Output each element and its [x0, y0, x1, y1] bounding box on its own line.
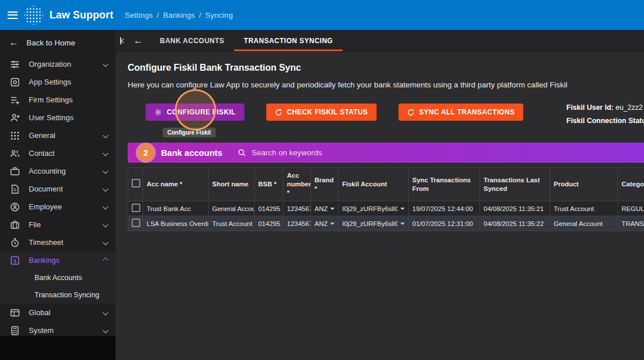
fiskil-connection-status-line: Fiskil Connection Status: [566, 114, 644, 128]
sidebar-item-bankings[interactable]: $ Bankings: [0, 251, 116, 269]
collapse-left-icon[interactable]: [120, 37, 125, 44]
sidebar-subitem-bank-accounts[interactable]: Bank Accounts: [0, 269, 116, 286]
briefcase-icon: [9, 166, 21, 177]
sidebar-item-timesheet[interactable]: Timesheet: [0, 233, 116, 251]
hamburger-icon[interactable]: [7, 12, 18, 19]
cell-short-name[interactable]: General Accou: [209, 201, 255, 216]
fiskil-user-id-line: Fiskil User Id: eu_2zz2: [566, 101, 644, 114]
cell-sync-from[interactable]: 01/07/2025 12:31:00: [409, 216, 480, 231]
row-checkbox-cell[interactable]: [128, 216, 143, 231]
cell-acc-name[interactable]: Trust Bank Acc: [143, 201, 209, 216]
header-sync-transactions-from[interactable]: Sync Transactions From: [409, 168, 480, 201]
cell-acc-name[interactable]: LSA Business Overdra: [143, 216, 209, 231]
app-settings-icon: [9, 77, 21, 87]
header-brand[interactable]: Brand *: [311, 168, 339, 201]
cell-brand-dropdown[interactable]: ANZ: [311, 201, 339, 216]
header-acc-number[interactable]: Acc number *: [283, 168, 311, 201]
sync-all-transactions-button[interactable]: SYNC ALL TRANSACTIONS: [398, 104, 523, 121]
table-row: LSA Business Overdra Trust Account 01429…: [128, 216, 644, 231]
cell-bsb[interactable]: 014295: [255, 201, 283, 216]
firm-settings-icon: [9, 95, 21, 105]
header-acc-name[interactable]: Acc name *: [143, 168, 209, 201]
back-arrow-icon[interactable]: ←: [133, 36, 143, 45]
header-fiskil-account[interactable]: Fiskil Account: [339, 168, 409, 201]
fiskil-info: Fiskil User Id: eu_2zz2 Fiskil Connectio…: [566, 101, 644, 128]
cell-last-synced[interactable]: 04/08/2025 11:35:22: [480, 216, 550, 231]
tab-transaction-syncing[interactable]: TRANSACTION SYNCING: [234, 30, 343, 51]
app-name: Law Support: [49, 9, 113, 21]
configure-fiskil-label: CONFIGURE FISKIL: [167, 108, 236, 116]
cell-brand-dropdown[interactable]: ANZ: [311, 216, 339, 231]
sidebar-item-contact[interactable]: Contact: [0, 144, 116, 162]
select-all-checkbox-cell[interactable]: [128, 168, 143, 201]
cell-category[interactable]: REGULAT: [618, 201, 644, 216]
fiskil-user-id-value: eu_2zz2: [615, 104, 642, 112]
header-product[interactable]: Product: [550, 168, 618, 201]
check-fiskil-status-label: CHECK FISKIL STATUS: [287, 108, 368, 116]
chevron-down-icon: [103, 133, 109, 139]
cell-product[interactable]: General Account: [550, 216, 618, 231]
checkbox[interactable]: [132, 179, 140, 187]
sidebar-item-accounting[interactable]: Accounting: [0, 162, 116, 180]
tab-bank-accounts[interactable]: BANK ACCOUNTS: [150, 30, 234, 51]
header-short-name[interactable]: Short name: [209, 168, 255, 201]
dropdown-caret-icon: [330, 208, 335, 210]
sidebar-item-system[interactable]: System: [0, 321, 116, 336]
sidebar-item-file[interactable]: File: [0, 216, 116, 233]
step-badge: 2: [138, 145, 154, 160]
check-fiskil-status-button[interactable]: CHECK FISKIL STATUS: [266, 104, 377, 121]
back-to-home-label: Back to Home: [26, 39, 75, 47]
sidebar-item-global[interactable]: Global: [0, 304, 116, 321]
chevron-down-icon: [103, 151, 109, 156]
configure-fiskil-button[interactable]: CONFIGURE FISKIL: [145, 104, 244, 121]
document-icon: [9, 184, 21, 194]
sidebar-item-user-settings[interactable]: User Settings: [0, 109, 116, 127]
chevron-down-icon: [103, 240, 109, 246]
back-to-home[interactable]: ← Back to Home: [0, 30, 116, 55]
breadcrumb-settings[interactable]: Settings: [125, 11, 153, 20]
header-category[interactable]: Category: [618, 168, 644, 201]
cell-last-synced[interactable]: 04/08/2025 11:35:21: [480, 201, 550, 216]
checkbox[interactable]: [132, 219, 140, 227]
breadcrumb-separator: /: [157, 11, 159, 20]
tab-bar-icons: ←: [116, 30, 150, 51]
app-window: Law Support Settings / Bankings / Syncin…: [0, 0, 644, 360]
section-title: Bank accounts: [161, 148, 223, 158]
sidebar-item-organization[interactable]: Organization: [0, 55, 116, 73]
cell-short-name[interactable]: Trust Account: [209, 216, 255, 231]
grid-icon: [9, 131, 21, 141]
sidebar-item-general[interactable]: General: [0, 127, 116, 144]
chevron-down-icon: [103, 328, 109, 334]
search-input[interactable]: [251, 148, 360, 158]
checkbox[interactable]: [132, 204, 140, 212]
breadcrumb-syncing[interactable]: Syncing: [205, 11, 233, 20]
breadcrumb-bankings[interactable]: Bankings: [163, 11, 195, 20]
tab-bar: ← BANK ACCOUNTS TRANSACTION SYNCING: [116, 30, 644, 52]
dropdown-caret-icon: [400, 208, 405, 210]
sidebar-item-app-settings[interactable]: App Settings: [0, 73, 116, 91]
cell-sync-from[interactable]: 19/07/2025 12:44:00: [409, 201, 480, 216]
cell-acc-number[interactable]: 1234567: [283, 216, 311, 231]
chevron-down-icon: [103, 168, 109, 174]
sidebar-item-employee[interactable]: Employee: [0, 198, 116, 216]
bank-accounts-section-bar: 2 Bank accounts: [128, 143, 644, 163]
header-transactions-last-synced[interactable]: Transactions Last Synced: [480, 168, 550, 201]
row-checkbox-cell[interactable]: [128, 201, 143, 216]
cell-product[interactable]: Trust Account: [550, 201, 618, 216]
sidebar-item-firm-settings[interactable]: Firm Settings: [0, 91, 116, 109]
header-bsb[interactable]: BSB *: [255, 168, 283, 201]
topbar-left: Law Support: [0, 6, 116, 25]
contacts-icon: [9, 148, 21, 159]
dropdown-caret-icon: [330, 223, 335, 225]
employee-icon: [9, 202, 21, 212]
cell-category[interactable]: TRANS_A: [618, 216, 644, 231]
cell-fiskil-account-dropdown[interactable]: I0j29_zURFBy6slIG...: [339, 216, 409, 231]
sidebar-subitem-transaction-syncing[interactable]: Transaction Syncing: [0, 286, 116, 304]
breadcrumb-separator: /: [199, 11, 201, 20]
sidebar-item-document[interactable]: Document: [0, 180, 116, 198]
cell-bsb[interactable]: 014295: [255, 216, 283, 231]
sidebar-subitem-label: Transaction Syncing: [34, 291, 99, 299]
cell-fiskil-account-dropdown[interactable]: I0j29_zURFBy6slIG...: [339, 201, 409, 216]
cell-acc-number[interactable]: 1234567: [283, 201, 311, 216]
sidebar: ← Back to Home Organization App Settings…: [0, 30, 116, 336]
